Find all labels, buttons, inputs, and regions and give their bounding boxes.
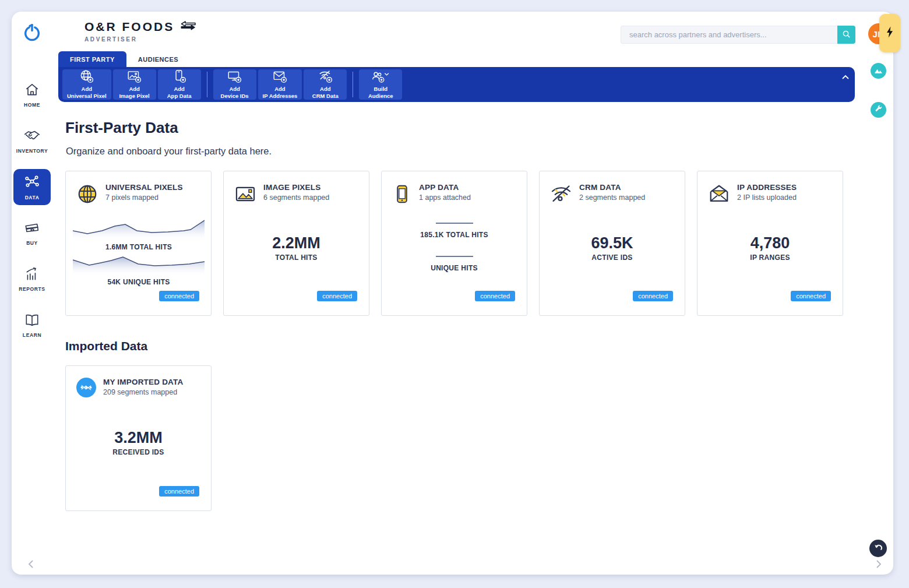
total-hits-label: 1.6MM TOTAL HITS <box>73 243 205 251</box>
ip-ranges-value: 4,780 <box>697 234 843 252</box>
globe-plus-icon <box>79 69 94 86</box>
sidebar-item-inventory[interactable]: INVENTORY <box>13 123 51 159</box>
tab-first-party[interactable]: FIRST PARTY <box>58 51 126 67</box>
status-badge: connected <box>317 291 357 301</box>
advertiser-header: O&R FOODS ADVERTISER <box>84 20 196 43</box>
add-app-data-button[interactable]: Add App Data <box>158 69 201 100</box>
sidebar-item-learn[interactable]: LEARN <box>13 307 51 343</box>
scroll-right-chevron[interactable] <box>873 558 885 570</box>
globe-icon <box>76 183 98 207</box>
active-ids-label: ACTIVE IDS <box>540 253 685 262</box>
book-icon <box>24 313 40 329</box>
toolbar-separator <box>207 72 207 97</box>
envelope-plus-icon <box>272 69 288 86</box>
card-crm-data[interactable]: CRM DATA 2 segments mapped 69.5K ACTIVE … <box>539 171 685 316</box>
card-title: APP DATA <box>419 183 471 192</box>
quick-action-tab[interactable] <box>879 14 900 52</box>
card-subtitle: 209 segments mapped <box>103 388 183 396</box>
add-crm-data-button[interactable]: Add CRM Data <box>304 69 347 100</box>
total-hits-label: 185.1K TOTAL HITS <box>382 231 527 239</box>
add-universal-pixel-button[interactable]: Add Universal Pixel <box>62 69 111 100</box>
crm-signal-icon <box>550 183 572 207</box>
unique-hits-flatline <box>436 256 473 257</box>
wrench-icon <box>875 105 883 115</box>
image-plus-icon <box>126 69 142 86</box>
global-search <box>621 26 855 44</box>
card-my-imported-data[interactable]: MY IMPORTED DATA 209 segments mapped 3.2… <box>65 365 212 511</box>
sidebar-item-buy[interactable]: BUY <box>13 215 51 251</box>
swap-advertiser-icon[interactable] <box>180 20 196 34</box>
monitor-plus-icon <box>227 69 242 86</box>
phone-plus-icon <box>171 69 187 86</box>
card-image-pixels[interactable]: IMAGE PIXELS 6 segments mapped 2.2MM TOT… <box>223 171 369 316</box>
envelope-open-icon <box>708 183 730 207</box>
add-image-pixel-button[interactable]: Add Image Pixel <box>113 69 156 100</box>
lightning-bolt-icon <box>886 26 894 40</box>
total-hits-label: TOTAL HITS <box>224 253 369 262</box>
active-ids-value: 69.5K <box>540 234 685 252</box>
card-ip-addresses[interactable]: IP ADDRESSES 2 IP lists uploaded 4,780 I… <box>697 171 843 316</box>
tools-fab-button[interactable] <box>871 102 886 118</box>
undo-arrow-icon <box>873 543 883 554</box>
status-badge: connected <box>791 291 831 301</box>
card-app-data[interactable]: APP DATA 1 apps attached 185.1K TOTAL HI… <box>381 171 527 316</box>
ip-ranges-label: IP RANGES <box>697 253 843 262</box>
data-network-icon <box>24 174 40 192</box>
page-title: First-Party Data <box>65 119 178 137</box>
imported-cards: MY IMPORTED DATA 209 segments mapped 3.2… <box>65 365 212 511</box>
audience-chevron-icon <box>371 69 390 86</box>
app-window: O&R FOODS ADVERTISER JM FIRST PARTY AUDI… <box>12 12 893 575</box>
search-button[interactable] <box>837 26 855 44</box>
imported-data-title: Imported Data <box>65 339 147 353</box>
total-hits-value: 2.2MM <box>224 234 369 252</box>
sidebar-item-reports[interactable]: REPORTS <box>13 261 51 297</box>
unique-hits-label: 54K UNIQUE HITS <box>73 278 205 286</box>
sidebar-item-home[interactable]: HOME <box>13 77 51 113</box>
received-ids-value: 3.2MM <box>66 429 211 447</box>
data-tabs: FIRST PARTY AUDIENCES <box>58 51 190 67</box>
imported-data-icon <box>76 378 96 397</box>
advertiser-name: O&R FOODS <box>84 20 174 34</box>
home-icon <box>24 83 40 99</box>
first-party-cards: UNIVERSAL PIXELS 7 pixels mapped 1.6MM T… <box>65 171 843 316</box>
card-subtitle: 6 segments mapped <box>263 193 329 202</box>
toolbar-separator <box>353 72 353 97</box>
card-subtitle: 1 apps attached <box>419 193 471 202</box>
unique-hits-label: UNIQUE HITS <box>382 264 527 272</box>
status-badge: connected <box>159 486 199 497</box>
first-party-toolbar: Add Universal Pixel Add Image Pixel <box>58 67 855 102</box>
card-universal-pixels[interactable]: UNIVERSAL PIXELS 7 pixels mapped 1.6MM T… <box>65 171 212 316</box>
card-title: MY IMPORTED DATA <box>103 378 183 386</box>
advertiser-role-label: ADVERTISER <box>84 36 196 43</box>
crm-plus-icon <box>318 69 333 86</box>
unique-hits-sparkline <box>73 253 205 276</box>
scroll-left-chevron[interactable] <box>24 558 36 570</box>
media-fab-button[interactable] <box>871 63 886 79</box>
total-hits-sparkline <box>73 218 205 241</box>
platform-logo-icon[interactable] <box>22 22 42 42</box>
card-title: UNIVERSAL PIXELS <box>105 183 183 192</box>
image-icon <box>234 183 256 207</box>
main-nav: HOME INVENTORY DATA <box>12 77 52 343</box>
phone-icon <box>392 183 412 207</box>
handshake-icon <box>23 129 41 145</box>
search-icon <box>842 30 851 40</box>
page-subtitle: Organize and onboard your first-party da… <box>66 146 272 157</box>
sidebar-item-data[interactable]: DATA <box>13 169 51 205</box>
undo-button[interactable] <box>869 540 887 557</box>
add-ip-addresses-button[interactable]: Add IP Addresses <box>258 69 302 100</box>
cash-icon <box>24 221 40 237</box>
build-audience-button[interactable]: Build Audience <box>359 69 402 100</box>
status-badge: connected <box>633 291 673 301</box>
card-title: IMAGE PIXELS <box>263 183 329 192</box>
add-device-ids-button[interactable]: Add Device IDs <box>213 69 256 100</box>
card-subtitle: 2 IP lists uploaded <box>737 193 797 202</box>
mountain-icon <box>874 66 883 76</box>
status-badge: connected <box>159 291 199 301</box>
status-badge: connected <box>475 291 515 301</box>
total-hits-flatline <box>436 223 473 224</box>
card-title: CRM DATA <box>579 183 645 192</box>
tab-audiences[interactable]: AUDIENCES <box>126 51 190 67</box>
toolbar-collapse-chevron-icon[interactable] <box>842 71 849 82</box>
search-input[interactable] <box>621 26 837 44</box>
